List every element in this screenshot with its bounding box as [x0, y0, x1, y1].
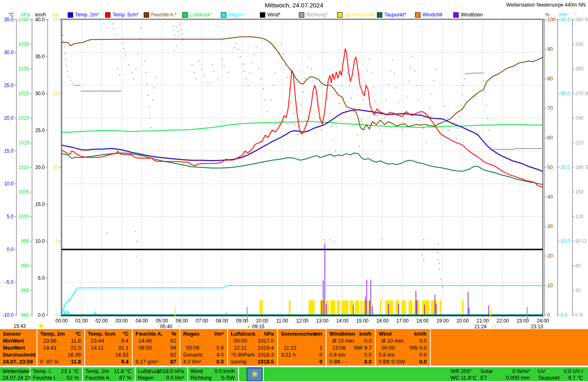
wind-direction-dot	[353, 111, 354, 112]
table-row: 16.53	[85, 352, 132, 359]
status-value: S-SW	[221, 375, 235, 381]
table-row: MaxWert	[0, 345, 37, 352]
table-row: F: 87 %11.8	[37, 359, 84, 366]
wind-direction-dot	[311, 69, 312, 69]
table-row: Regenl/m²	[180, 331, 227, 338]
axis-tick-label: 10	[547, 283, 553, 288]
table-row: 16.39	[37, 352, 84, 359]
axis-tick-label: 0	[55, 312, 58, 318]
wind-direction-dot	[416, 85, 417, 86]
sunshine-bar	[289, 300, 290, 315]
windchill-readout: WC 11.8°C	[450, 375, 477, 381]
marker-0915-time: 09:15	[252, 324, 264, 329]
x-axis-label: 00:00	[55, 318, 68, 324]
cell-label: 14:41	[43, 345, 57, 351]
table-row: 12:111019.4	[228, 345, 277, 352]
wind-direction-dot	[456, 138, 457, 139]
wind-direction-dot	[305, 78, 305, 79]
wind-direction-dot	[117, 69, 118, 69]
cell-label: 13:08	[332, 345, 346, 351]
axis-tick-label: 300	[575, 66, 583, 72]
table-row: 23:5611.8	[37, 338, 84, 345]
status-label: Wind	[191, 368, 203, 374]
table-row: 14:4662	[133, 338, 179, 345]
cell-value: 0.0	[364, 352, 372, 358]
status-label: Temp. I.	[33, 368, 52, 374]
sunshine-bar	[385, 300, 393, 315]
wind-direction-dot	[133, 78, 134, 79]
wind-direction-dot	[256, 47, 257, 48]
wind-direction-dot	[246, 78, 246, 79]
axis-tick-label: 1005	[18, 189, 29, 195]
cell-value: 31.1	[118, 345, 129, 351]
cell-label: 11:21	[284, 345, 297, 351]
sunshine-bar	[309, 300, 315, 315]
wind-direction-dot	[72, 83, 73, 84]
wind-direction-dot	[106, 233, 107, 233]
wind-direction-dot	[384, 118, 385, 119]
wind-direction-dot	[238, 49, 239, 50]
axis-tick-label: 20	[53, 17, 59, 23]
table-row: Temp. 2m°C	[37, 331, 84, 338]
status-value: 0.0 km/h	[214, 368, 235, 374]
table-row: MinWert	[0, 338, 37, 345]
wind-direction-dot	[359, 146, 360, 146]
table-col-sensor: SensorMinWertMaxWertDurchschnitt24.07. 2…	[0, 329, 37, 366]
wind-direction-dot	[125, 55, 126, 56]
cell-value: 87	[170, 359, 176, 365]
wind-direction-dot	[351, 98, 352, 99]
status-row: Luftdruck1018.5 hPa	[136, 368, 187, 375]
wind-direction-dot	[191, 64, 192, 65]
wind-direction-dot	[442, 287, 443, 288]
cell-value: 9.4	[121, 359, 129, 365]
wind-direction-dot	[119, 74, 120, 75]
cell-value: 0.0	[419, 338, 427, 344]
wind-direction-dot	[173, 30, 174, 31]
table-row: 9.17 g/m³87	[133, 359, 179, 366]
wind-direction-line	[493, 149, 543, 149]
cell-label: 0.8 km	[329, 352, 345, 358]
table-row: 23:449.4	[85, 338, 132, 345]
sunshine-bar	[355, 300, 359, 315]
wind-direction-dot	[345, 59, 346, 59]
cell-label: 3:21 h	[281, 352, 296, 358]
wind-direction-dot	[202, 69, 202, 69]
axis-tick-label: -10.0	[2, 312, 14, 318]
table-col-luftdruck: LuftdruckhPa00:001017.012:111019.4^0.8hP…	[228, 329, 277, 366]
wind-direction-dot	[148, 106, 149, 107]
wind-direction-dot	[275, 73, 276, 73]
x-axis-label: 09:00	[236, 318, 248, 324]
wind-direction-line	[465, 73, 484, 74]
status-row: Wetterdaten	[0, 368, 30, 375]
moonrise-time: 23:13	[531, 324, 543, 329]
wind-direction-dot	[386, 100, 387, 101]
table-row: Feuchte A.%	[133, 331, 179, 338]
cell-value: 1018.5	[257, 359, 274, 365]
axis-tick-label: 330	[575, 41, 583, 47]
cell-value: 0.6	[216, 345, 224, 351]
sunshine-bar	[395, 300, 400, 315]
wind-direction-dot	[331, 126, 332, 127]
wind-direction-dot	[429, 108, 430, 109]
cell-value: SW 0.0	[409, 345, 427, 351]
column-header: Temp. 5cm	[88, 331, 115, 337]
wind-direction-dot	[439, 269, 440, 270]
wind-direction-dot	[408, 81, 409, 82]
x-axis-label: 15:00	[356, 318, 368, 324]
wind-direction-dot	[406, 96, 407, 96]
sensor-row-label: Durchschnitt	[3, 352, 36, 358]
wind-direction-dot	[273, 85, 273, 86]
x-axis-label: 04:00	[136, 318, 148, 324]
wind-direction-dot	[315, 93, 316, 94]
wind-direction-dot	[232, 52, 232, 53]
cell-label: 9.17 g/m³	[136, 359, 158, 365]
cell-label: 23:44	[91, 338, 104, 344]
axis-tick-label: 35.0	[4, 17, 14, 23]
statusbar-cell-1: Temp. 2m11.8 °CFeuchte A.87 %	[83, 367, 135, 381]
table-col-windb-en: Windböenkm/hØ 10 min.0.013:08NW 9.70.8 k…	[326, 329, 375, 366]
wind-direction-dot	[147, 95, 148, 96]
status-label: Regen	[138, 375, 154, 381]
wind-direction-dot	[325, 83, 326, 84]
wind-direction-dot	[369, 59, 370, 59]
wind-direction-dot	[412, 56, 413, 57]
